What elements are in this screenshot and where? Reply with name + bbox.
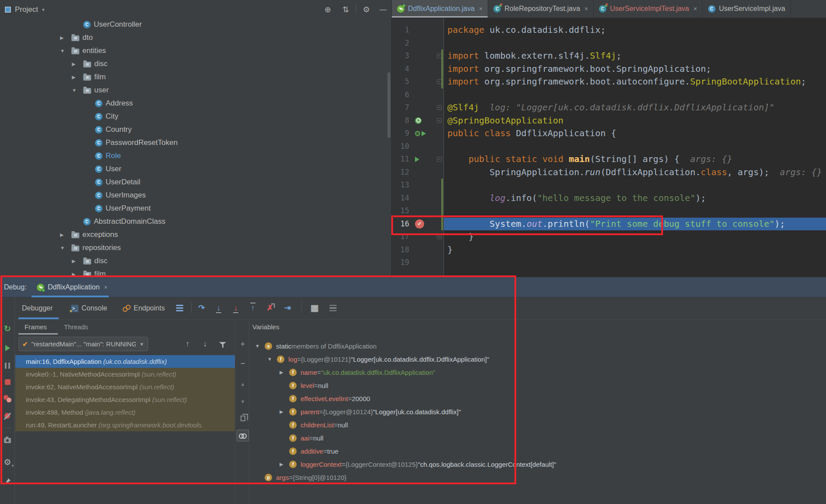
close-icon[interactable]: × xyxy=(104,284,107,291)
project-tree-item[interactable]: UserDetail xyxy=(0,176,391,189)
chevron-down-icon[interactable]: ▾ xyxy=(42,7,45,13)
tab-console[interactable]: ▾Console xyxy=(71,297,107,319)
close-icon[interactable]: × xyxy=(585,5,588,12)
variable-row[interactable]: ▶fparent = {Logger@10124} "Logger[uk.co.… xyxy=(249,405,826,418)
code-text[interactable]: log.info("hello message to the console")… xyxy=(444,192,826,205)
code-line[interactable]: 2 xyxy=(392,37,826,50)
variable-row[interactable]: pargs = {String[0]@10120} xyxy=(249,471,826,484)
code-line[interactable]: 4import org.springframework.boot.SpringA… xyxy=(392,63,826,76)
code-line[interactable]: 8−@SpringBootApplication xyxy=(392,114,826,127)
code-text[interactable] xyxy=(444,88,826,102)
expand-arrow-icon[interactable]: ▶ xyxy=(71,271,83,277)
project-tree-item[interactable]: ▶disc xyxy=(0,57,391,70)
code-text[interactable]: public static void main(String[] args) {… xyxy=(444,153,826,166)
resume-icon[interactable] xyxy=(2,343,13,353)
collapse-arrow-icon[interactable]: ▼ xyxy=(59,245,71,250)
layout-settings-icon[interactable] xyxy=(328,303,338,313)
fold-marker-icon[interactable]: − xyxy=(437,157,442,162)
code-line[interactable]: 5−import org.springframework.boot.autoco… xyxy=(392,75,826,88)
code-line[interactable]: 16 System.out.println("Print some debug … xyxy=(392,218,826,231)
rerun-icon[interactable]: ↻ xyxy=(2,323,13,334)
breakpoint-icon[interactable] xyxy=(415,219,424,229)
project-tree-item[interactable]: Country xyxy=(0,123,391,136)
editor-tab[interactable]: UserServiceImpl.java xyxy=(703,0,791,18)
step-into-icon[interactable]: ↓ xyxy=(213,303,224,313)
stack-frame-row[interactable]: main:16, DdflixApplication (uk.co.datadi… xyxy=(15,355,235,368)
collapse-arrow-icon[interactable]: ▼ xyxy=(267,356,277,362)
code-line[interactable]: 11− public static void main(String[] arg… xyxy=(392,153,826,166)
expand-arrow-icon[interactable]: ▶ xyxy=(59,35,71,41)
code-text[interactable]: } xyxy=(444,230,826,243)
project-tree-item[interactable]: Role xyxy=(0,149,391,162)
code-text[interactable]: System.out.println("Print some debug stu… xyxy=(444,218,826,231)
project-tree-item[interactable]: ▶disc xyxy=(0,254,391,268)
move-up-icon[interactable]: ↑ xyxy=(182,338,193,349)
view-breakpoints-icon[interactable] xyxy=(2,393,13,404)
move-down-icon[interactable]: ↓ xyxy=(200,338,210,349)
debug-session-tab[interactable]: DdflixApplication × xyxy=(34,277,110,297)
project-tree-item[interactable]: ▼repositories xyxy=(0,241,391,254)
drop-frame-icon[interactable]: ✗ xyxy=(265,303,275,313)
expand-arrow-icon[interactable]: ▶ xyxy=(280,409,289,415)
expand-arrow-icon[interactable]: ▶ xyxy=(280,370,289,375)
code-line[interactable]: 13 xyxy=(392,179,826,192)
collapse-arrow-icon[interactable]: ▼ xyxy=(71,88,83,93)
code-line[interactable]: 12 SpringApplication.run(DdflixApplicati… xyxy=(392,166,826,179)
project-tree-item[interactable]: PasswordResetToken xyxy=(0,136,391,149)
code-text[interactable] xyxy=(444,179,826,192)
filter-icon[interactable] xyxy=(217,339,228,350)
editor-tab[interactable]: RoleRepositoryTest.java× xyxy=(488,0,594,18)
code-line[interactable]: 14 log.info("hello message to the consol… xyxy=(392,192,826,205)
variable-row[interactable]: faai = null xyxy=(249,431,826,444)
code-line[interactable]: 17− } xyxy=(392,230,826,243)
move-up-icon[interactable]: ▲ xyxy=(238,379,248,389)
spring-bean-icon[interactable] xyxy=(415,131,420,136)
code-text[interactable] xyxy=(444,256,826,269)
code-line[interactable]: 6 xyxy=(392,88,826,102)
evaluate-expression-icon[interactable]: ▦ xyxy=(309,303,320,313)
variable-row[interactable]: ▶floggerContext = {LoggerContext@10125} … xyxy=(249,458,826,471)
code-line[interactable]: 19 xyxy=(392,256,826,269)
settings-icon[interactable]: ⚙▾ xyxy=(2,457,13,467)
project-tree-item[interactable]: ▼user xyxy=(0,84,391,97)
thread-selector-dropdown[interactable]: ✔ "restartedMain"... "main": RUNNING ▼ xyxy=(18,337,148,351)
code-text[interactable] xyxy=(444,204,826,218)
camera-icon[interactable] xyxy=(2,435,13,446)
expand-arrow-icon[interactable]: ▶ xyxy=(280,462,289,467)
step-out-icon[interactable]: ↑ xyxy=(248,303,258,313)
pin-icon[interactable] xyxy=(2,476,13,486)
move-down-icon[interactable]: ▼ xyxy=(238,396,248,407)
variable-row[interactable]: fchildrenList = null xyxy=(249,418,826,431)
project-tree-item[interactable]: UserController xyxy=(0,18,391,31)
tab-frames[interactable]: Frames xyxy=(25,319,47,334)
fold-marker-icon[interactable]: − xyxy=(437,105,442,110)
editor-tab[interactable]: UserServiceImplTest.java× xyxy=(594,0,703,18)
stack-frame-row[interactable]: invoke:498, Method (java.lang.reflect) xyxy=(15,406,235,419)
hamburger-menu-icon[interactable] xyxy=(174,303,185,313)
expand-arrow-icon[interactable]: ▶ xyxy=(71,258,83,264)
hide-panel-icon[interactable]: — xyxy=(378,4,388,15)
force-step-into-icon[interactable]: ↓ xyxy=(230,303,241,313)
run-arrow-icon[interactable] xyxy=(422,131,426,136)
project-tree-item[interactable]: ▶dto xyxy=(0,31,391,44)
project-tree-item[interactable]: UserPayment xyxy=(0,202,391,215)
code-text[interactable]: package uk.co.datadisk.ddflix; xyxy=(444,24,826,37)
stack-frame-row[interactable]: invoke:62, NativeMethodAccessorImpl (sun… xyxy=(15,381,235,393)
vcs-change-bar[interactable] xyxy=(441,49,443,88)
expand-arrow-icon[interactable]: ▶ xyxy=(71,61,83,67)
project-tree-item[interactable]: ▶film xyxy=(0,268,391,277)
tab-threads[interactable]: Threads xyxy=(64,319,88,334)
mute-breakpoints-icon[interactable] xyxy=(2,411,13,421)
project-tree-item[interactable]: ▶film xyxy=(0,70,391,84)
stack-frame-row[interactable]: run:49, RestartLauncher (org.springframe… xyxy=(15,419,235,431)
fold-marker-icon[interactable]: − xyxy=(437,118,442,123)
show-watches-button[interactable] xyxy=(237,430,249,441)
code-text[interactable]: @SpringBootApplication xyxy=(444,114,826,127)
editor-tab[interactable]: DdflixApplication.java× xyxy=(392,0,488,18)
add-watch-icon[interactable]: + xyxy=(238,339,248,349)
close-icon[interactable]: × xyxy=(693,5,697,12)
pause-icon[interactable] xyxy=(2,360,13,371)
editor-body[interactable]: 1package uk.co.datadisk.ddflix;23−import… xyxy=(392,18,826,277)
scrollbar-thumb[interactable] xyxy=(387,72,390,138)
variable-row[interactable]: ▶fname = "uk.co.datadisk.ddflix.DdflixAp… xyxy=(249,366,826,379)
